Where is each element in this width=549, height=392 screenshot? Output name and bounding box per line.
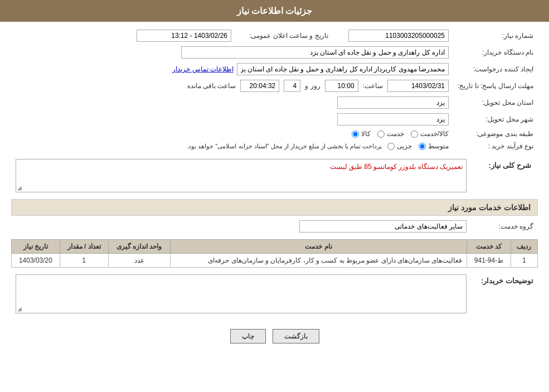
buyer-notes-label: توضیحات خریدار:	[481, 277, 533, 285]
category-radio-khedmat[interactable]	[377, 130, 385, 138]
services-section-header: اطلاعات خدمات مورد نیاز	[11, 199, 538, 216]
response-days-label: روز و	[305, 82, 320, 90]
response-deadline-label: مهلت ارسال پاسخ: تا تاریخ:	[453, 78, 538, 94]
cell-service-code: ط-94-941	[467, 254, 511, 268]
resize-handle-notes: ◢	[17, 306, 22, 312]
service-group-table: گروه خدمت:	[11, 218, 538, 235]
col-unit: واحد اندازه گیری	[108, 240, 170, 254]
purchase-type-radio-group: متوسط جزیی	[387, 142, 449, 150]
category-option-khedmat[interactable]: خدمت	[377, 130, 404, 138]
col-need-date: تاریخ نیاز	[12, 240, 60, 254]
response-date-input[interactable]	[387, 80, 449, 92]
response-time-label: ساعت:	[363, 82, 383, 90]
category-option-kala[interactable]: کالا	[352, 130, 371, 138]
need-description-box: تعمیریک دستگاه بلدوزر کوماتسو 85 طبق لیس…	[16, 159, 467, 192]
category-radio-kala-khedmat[interactable]	[411, 130, 418, 138]
purchase-type-motavasset-label: متوسط	[428, 142, 449, 150]
page-header: جزئیات اطلاعات نیاز	[0, 0, 549, 22]
back-button[interactable]: بازگشت	[273, 329, 319, 343]
delivery-city-label: شهر محل تحویل:	[453, 111, 538, 128]
cell-service-name: فعالیت‌های سازمان‌های دارای عضو مربوط به…	[170, 254, 467, 268]
col-row: ردیف	[511, 240, 537, 254]
services-table: ردیف کد خدمت نام خدمت واحد اندازه گیری ت…	[11, 239, 538, 268]
category-label: طبقه بندی موضوعی:	[453, 128, 538, 140]
buyer-org-label: نام دستگاه خریدار:	[453, 44, 538, 61]
buyer-notes-box[interactable]: ◢	[16, 274, 467, 313]
category-kala-khedmat-label: کالا/خدمت	[420, 130, 449, 138]
category-option-kala-khedmat[interactable]: کالا/خدمت	[411, 130, 449, 138]
purchase-type-radio-motavasset[interactable]	[419, 143, 426, 150]
creator-input[interactable]	[237, 63, 449, 75]
delivery-city-input[interactable]	[337, 113, 449, 125]
col-quantity: تعداد / مقدار	[60, 240, 108, 254]
print-button[interactable]: چاپ	[230, 329, 266, 343]
buyer-org-input[interactable]	[181, 46, 449, 59]
table-row: 1 ط-94-941 فعالیت‌های سازمان‌های دارای ع…	[12, 254, 538, 268]
category-khedmat-label: خدمت	[387, 130, 404, 138]
cell-unit: عدد	[108, 254, 170, 268]
resize-handle: ◢	[17, 185, 22, 191]
announce-datetime-input[interactable]	[137, 30, 231, 42]
category-kala-label: کالا	[361, 130, 371, 138]
response-days-input[interactable]	[284, 80, 300, 92]
info-table: شماره نیاز: تاریخ و ساعت اعلان عمومی: نا…	[11, 27, 538, 152]
need-number-label: شماره نیاز:	[453, 27, 538, 44]
purchase-type-label: نوع فرآیند خرید :	[453, 140, 538, 152]
category-radio-kala[interactable]	[352, 130, 359, 138]
creator-label: ایجاد کننده درخواست:	[453, 61, 538, 78]
cell-need-date: 1403/03/20	[12, 254, 60, 268]
need-number-input[interactable]	[348, 30, 449, 42]
need-description-table: شرح کلی نیاز: تعمیریک دستگاه بلدوزر کوما…	[11, 157, 538, 195]
purchase-type-option-motavasset[interactable]: متوسط	[419, 142, 449, 150]
purchase-type-jozi-label: جزیی	[397, 142, 412, 150]
button-bar: چاپ بازگشت	[11, 320, 538, 352]
col-service-name: نام خدمت	[170, 240, 467, 254]
response-remaining-input[interactable]	[240, 80, 279, 92]
category-radio-group: کالا/خدمت خدمت کالا	[352, 130, 449, 138]
purchase-type-option-jozi[interactable]: جزیی	[387, 142, 412, 150]
delivery-province-input[interactable]	[337, 96, 449, 109]
service-group-label: گروه خدمت:	[471, 218, 538, 235]
need-description-text: تعمیریک دستگاه بلدوزر کوماتسو 85 طبق لیس…	[330, 163, 463, 171]
cell-row: 1	[511, 254, 537, 268]
response-time-input[interactable]	[325, 80, 358, 92]
page-title: جزئیات اطلاعات نیاز	[237, 6, 313, 16]
col-service-code: کد خدمت	[467, 240, 511, 254]
buyer-notes-table: توضیحات خریدار: ◢	[11, 272, 538, 316]
delivery-province-label: استان محل تحویل:	[453, 94, 538, 111]
need-description-section: شرح کلی نیاز: تعمیریک دستگاه بلدوزر کوما…	[11, 157, 538, 195]
announce-datetime-label: تاریخ و ساعت اعلان عمومی:	[236, 27, 342, 44]
response-remaining-label: ساعت باقی مانده	[187, 82, 236, 90]
contact-info-link[interactable]: اطلاعات تماس خریدار	[172, 65, 234, 73]
need-description-label: شرح کلی نیاز:	[488, 161, 533, 170]
purchase-type-radio-jozi[interactable]	[387, 143, 395, 150]
purchase-type-note: پرداخت تمام یا بخشی از مبلغ خریدار از مح…	[187, 143, 382, 150]
cell-quantity: 1	[60, 254, 108, 268]
service-group-input[interactable]	[299, 220, 467, 233]
